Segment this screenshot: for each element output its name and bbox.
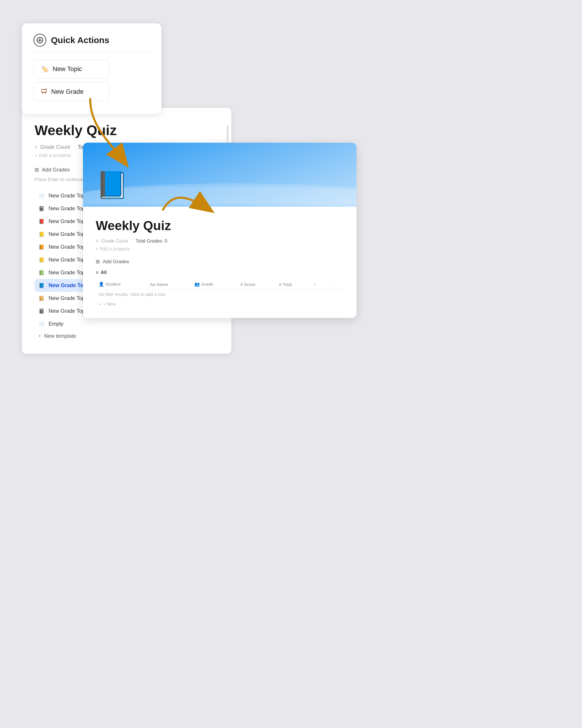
- name-icon: Aa: [150, 282, 155, 287]
- new-row-btn[interactable]: + + New: [96, 299, 147, 309]
- green-book-icon: 📗: [38, 269, 45, 276]
- new-plus-icon: +: [99, 302, 101, 306]
- total-icon: #: [279, 282, 281, 287]
- new-topic-button[interactable]: 🏷️ New Topic: [33, 60, 109, 78]
- main-add-grades-btn[interactable]: ⊞ Add Grades: [96, 259, 344, 265]
- quick-actions-title: Quick Actions: [51, 35, 109, 45]
- col-score[interactable]: # Score: [238, 279, 276, 289]
- col-grade[interactable]: 👥 Grade: [192, 279, 237, 289]
- new-template-label: New template: [44, 333, 76, 339]
- weekly-quiz-top-title: Weekly Quiz: [35, 122, 219, 138]
- book-emoji-icon: 📘: [96, 172, 128, 198]
- add-grades-icon: ⊞: [35, 166, 39, 173]
- weekly-quiz-main-panel: 📘 Weekly Quiz # Grade Count Total Grades…: [83, 143, 357, 318]
- purple-book-icon: 📔: [38, 295, 45, 302]
- table-section: ≡ All 👤 Student Aa Name: [96, 270, 344, 309]
- main-add-grades-icon: ⊞: [96, 259, 100, 265]
- grade-col-icon: 👥: [194, 282, 200, 287]
- main-add-grades-label: Add Grades: [103, 259, 129, 265]
- score-icon: #: [240, 282, 243, 287]
- tag-icon: 🏷️: [41, 65, 49, 73]
- new-row-label: + New: [103, 302, 115, 306]
- brown-book-icon: 📒: [38, 231, 45, 238]
- col-name-label: Name: [157, 282, 168, 287]
- new-topic-label: New Topic: [53, 65, 82, 73]
- main-hash-icon: #: [96, 238, 99, 244]
- new-template-btn[interactable]: + New template: [35, 330, 219, 342]
- col-name[interactable]: Aa Name: [147, 279, 192, 289]
- col-student-label: Student: [105, 282, 120, 287]
- pink-book-icon: 📓: [38, 308, 45, 314]
- add-grades-label: Add Grades: [42, 167, 70, 173]
- student-icon: 👤: [99, 282, 104, 287]
- add-property-label: + Add a property: [35, 153, 71, 158]
- grades-table: 👤 Student Aa Name 👥 Grade #: [96, 279, 344, 309]
- yellow-book-icon: 📒: [38, 256, 45, 263]
- quick-actions-card: Quick Actions 🏷️ New Topic New Grade: [22, 23, 162, 114]
- main-content: Weekly Quiz # Grade Count Total Grades: …: [83, 207, 357, 318]
- prop-label: Grade Count: [40, 144, 70, 150]
- grade-icon: [41, 88, 47, 96]
- main-add-property-label: + Add a property: [96, 246, 130, 252]
- quick-actions-header: Quick Actions: [33, 34, 150, 53]
- col-grade-label: Grade: [201, 282, 213, 287]
- new-grade-button[interactable]: New Grade: [33, 82, 109, 101]
- red-book-icon: 📕: [38, 218, 45, 225]
- col-score-label: Score: [244, 282, 255, 287]
- plus-icon: [33, 34, 46, 47]
- col-total-label: Total: [282, 282, 292, 287]
- main-prop-label: Grade Count: [101, 238, 128, 244]
- list-item-empty[interactable]: 📄 Empty: [35, 317, 219, 330]
- weekly-quiz-main-title: Weekly Quiz: [96, 218, 344, 233]
- item-label: Empty: [49, 321, 63, 327]
- cover-image: 📘: [83, 143, 357, 207]
- no-results-text[interactable]: No filter results. Click to add a row.: [96, 289, 344, 300]
- blue-book-icon: 📘: [38, 282, 45, 289]
- default-icon: 📄: [38, 192, 45, 199]
- main-prop-value: Total Grades: 0: [136, 238, 167, 244]
- hash-icon: #: [35, 145, 37, 150]
- col-total[interactable]: # Total: [276, 279, 311, 289]
- main-grade-count-row: # Grade Count Total Grades: 0: [96, 238, 344, 244]
- col-more[interactable]: ···: [326, 279, 344, 289]
- new-row[interactable]: + + New: [96, 299, 344, 309]
- col-add[interactable]: +: [310, 279, 326, 289]
- black-book-icon: 📓: [38, 205, 45, 212]
- all-label: All: [101, 270, 107, 275]
- list-view-icon: ≡: [96, 270, 99, 275]
- new-template-plus: +: [38, 333, 41, 339]
- new-grade-label: New Grade: [51, 88, 84, 96]
- orange-book-icon: 📙: [38, 243, 45, 251]
- all-views-row: ≡ All: [96, 270, 344, 275]
- no-results-row: No filter results. Click to add a row.: [96, 289, 344, 300]
- col-student[interactable]: 👤 Student: [96, 279, 147, 289]
- empty-icon: 📄: [38, 320, 45, 327]
- main-add-property[interactable]: + Add a property: [96, 246, 344, 252]
